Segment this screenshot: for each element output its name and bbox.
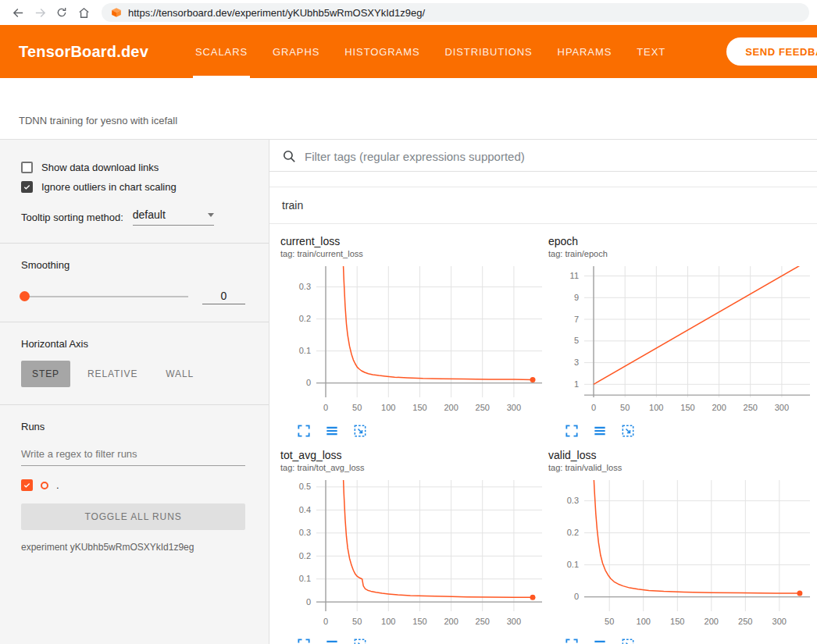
svg-text:100: 100 xyxy=(381,403,395,412)
svg-text:0.5: 0.5 xyxy=(299,482,311,491)
tag-filter-input[interactable] xyxy=(305,146,817,167)
svg-text:50: 50 xyxy=(620,403,630,412)
data-list-button[interactable] xyxy=(324,423,340,439)
svg-text:0: 0 xyxy=(323,617,328,626)
category-train-header[interactable]: train xyxy=(269,187,817,224)
forward-button[interactable] xyxy=(30,2,50,23)
svg-text:1: 1 xyxy=(574,379,579,389)
tensorboard-page: { "colors": { "header_orange": "#fa6e00"… xyxy=(0,0,817,644)
chart-card-current-loss: current_loss tag: train/current_loss 050… xyxy=(280,234,548,439)
svg-text:200: 200 xyxy=(444,617,458,626)
chart-tag: tag: train/epoch xyxy=(548,248,816,260)
fullscreen-button[interactable] xyxy=(296,423,312,439)
data-list-button[interactable] xyxy=(324,637,340,644)
charts-grid: current_loss tag: train/current_loss 050… xyxy=(269,224,817,644)
data-list-icon xyxy=(324,423,340,439)
tab-graphs[interactable]: GRAPHS xyxy=(260,25,332,78)
toggle-all-runs-button[interactable]: TOGGLE ALL RUNS xyxy=(21,503,245,530)
svg-text:0.2: 0.2 xyxy=(567,528,579,537)
chart-tag: tag: train/valid_loss xyxy=(548,462,816,474)
tooltip-sorting-row: Tooltip sorting method: default xyxy=(21,208,245,226)
settings-sidebar: Show data download links Ignore outliers… xyxy=(0,140,269,644)
run-checkbox-icon[interactable] xyxy=(21,479,33,491)
chart-tag: tag: train/current_loss xyxy=(280,248,548,260)
smoothing-slider[interactable] xyxy=(21,296,188,297)
fit-domain-button[interactable] xyxy=(620,637,636,644)
chart-actions xyxy=(564,423,816,439)
experiment-id-line: experiment yKUbhb5wRmOSXYkId1z9eg xyxy=(21,542,245,553)
data-list-button[interactable] xyxy=(592,423,608,439)
fit-domain-icon xyxy=(352,637,368,644)
chart-title: epoch xyxy=(548,234,816,248)
checkbox-unchecked-icon xyxy=(21,162,33,173)
data-list-icon xyxy=(592,423,608,439)
checkbox-checked-icon xyxy=(21,181,33,193)
svg-text:200: 200 xyxy=(712,403,726,412)
tab-text[interactable]: TEXT xyxy=(624,25,678,78)
chart-plot-valid-loss[interactable]: 5010015020025030000.10.20.3 xyxy=(548,476,816,632)
chart-actions xyxy=(564,637,816,644)
data-list-icon xyxy=(592,637,608,644)
search-icon xyxy=(282,149,297,164)
horizontal-axis-label: Horizontal Axis xyxy=(21,338,245,350)
divider xyxy=(0,243,269,244)
tooltip-sorting-value: default xyxy=(133,208,166,221)
axis-step-button[interactable]: STEP xyxy=(21,361,70,387)
svg-text:250: 250 xyxy=(744,403,758,412)
fit-domain-button[interactable] xyxy=(352,423,368,439)
send-feedback-button[interactable]: SEND FEEDBACK xyxy=(726,37,817,66)
chart-plot-tot-avg-loss[interactable]: 05010015020025030000.10.20.30.40.5 xyxy=(280,476,548,632)
svg-text:300: 300 xyxy=(772,617,787,626)
tooltip-sorting-label: Tooltip sorting method: xyxy=(21,212,123,223)
refresh-button[interactable] xyxy=(52,2,72,23)
home-icon xyxy=(77,6,91,20)
tag-filter-row xyxy=(269,140,817,172)
chart-title: tot_avg_loss xyxy=(280,448,548,462)
data-list-button[interactable] xyxy=(592,637,608,644)
experiment-title: TDNN training for yesno with icefall xyxy=(19,115,177,126)
run-filter-input[interactable] xyxy=(21,443,245,466)
back-button[interactable] xyxy=(8,2,28,23)
ignore-outliers-row[interactable]: Ignore outliers in chart scaling xyxy=(21,181,245,193)
svg-text:300: 300 xyxy=(507,403,521,412)
svg-text:100: 100 xyxy=(381,617,395,626)
svg-text:50: 50 xyxy=(352,403,362,412)
fit-domain-button[interactable] xyxy=(352,637,368,644)
run-list-item[interactable]: . xyxy=(21,479,245,491)
fullscreen-icon xyxy=(564,423,580,439)
chart-plot-current-loss[interactable]: 05010015020025030000.10.20.3 xyxy=(280,262,548,418)
tooltip-sorting-select[interactable]: default xyxy=(133,208,214,226)
fullscreen-button[interactable] xyxy=(564,637,580,644)
home-button[interactable] xyxy=(73,2,94,23)
axis-wall-button[interactable]: WALL xyxy=(155,361,205,387)
svg-text:300: 300 xyxy=(775,403,789,412)
fullscreen-button[interactable] xyxy=(296,637,312,644)
category-train-label: train xyxy=(282,199,303,212)
data-list-icon xyxy=(324,637,340,644)
tab-hparams[interactable]: HPARAMS xyxy=(545,25,625,78)
smoothing-value-input[interactable] xyxy=(202,288,245,304)
svg-text:0.4: 0.4 xyxy=(299,505,311,514)
svg-text:0.1: 0.1 xyxy=(299,346,311,355)
experiment-strip: TDNN training for yesno with icefall xyxy=(0,78,817,139)
tab-distributions[interactable]: DISTRIBUTIONS xyxy=(432,25,544,78)
tab-histograms[interactable]: HISTOGRAMS xyxy=(332,25,432,78)
slider-knob[interactable] xyxy=(20,291,30,301)
chart-title: current_loss xyxy=(280,234,548,248)
content-area: Show data download links Ignore outliers… xyxy=(0,139,817,644)
chart-actions xyxy=(296,423,548,439)
url-bar[interactable]: https://tensorboard.dev/experiment/yKUbh… xyxy=(102,3,809,22)
fit-domain-button[interactable] xyxy=(620,423,636,439)
chevron-down-icon xyxy=(208,213,214,217)
tab-scalars[interactable]: SCALARS xyxy=(183,25,260,78)
svg-text:0.2: 0.2 xyxy=(299,551,311,560)
fullscreen-button[interactable] xyxy=(564,423,580,439)
svg-text:100: 100 xyxy=(637,617,651,626)
svg-text:50: 50 xyxy=(352,617,362,626)
fit-domain-icon xyxy=(620,637,636,644)
axis-relative-button[interactable]: RELATIVE xyxy=(77,361,148,387)
svg-text:0.3: 0.3 xyxy=(299,528,311,537)
fit-domain-icon xyxy=(352,423,368,439)
show-download-links-row[interactable]: Show data download links xyxy=(21,162,245,173)
chart-plot-epoch[interactable]: 0501001502002503001357911 xyxy=(548,262,816,418)
